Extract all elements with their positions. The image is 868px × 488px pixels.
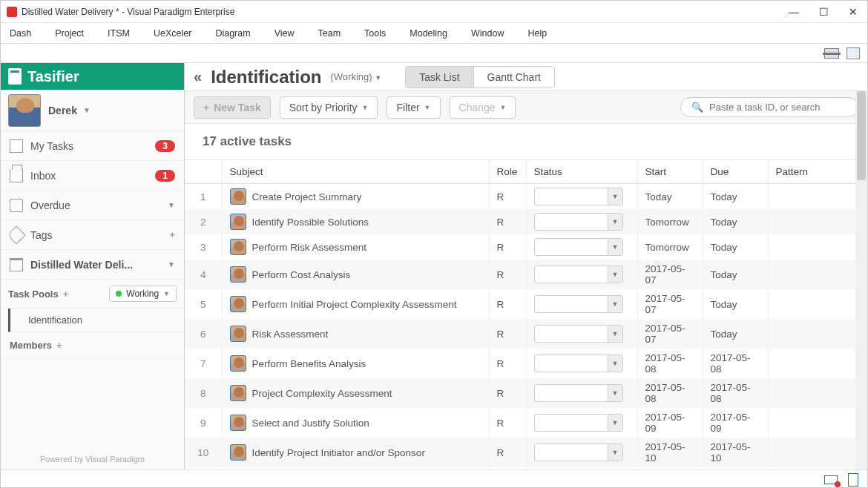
maximize-button[interactable]: ☐ bbox=[815, 6, 832, 18]
search-box[interactable]: 🔍 bbox=[680, 97, 858, 117]
cell-status: ▼ bbox=[526, 438, 637, 467]
sidebar-item-my-tasks[interactable]: My Tasks 3 bbox=[1, 131, 184, 161]
menu-diagram[interactable]: Diagram bbox=[215, 28, 250, 39]
row-number: 10 bbox=[185, 438, 222, 467]
status-dropdown[interactable]: ▼ bbox=[534, 325, 623, 343]
assignee-avatar bbox=[230, 214, 246, 230]
plus-icon[interactable]: + bbox=[169, 229, 175, 240]
menu-modeling[interactable]: Modeling bbox=[410, 28, 447, 39]
members-row[interactable]: Members + bbox=[1, 332, 184, 359]
chevron-down-icon: ▼ bbox=[375, 74, 381, 82]
cell-role: R bbox=[489, 467, 526, 469]
page-subtitle[interactable]: (Working) ▼ bbox=[330, 71, 381, 82]
col-due[interactable]: Due bbox=[703, 160, 768, 184]
vertical-scrollbar[interactable] bbox=[855, 91, 867, 469]
cell-subject[interactable]: Select and Justify Solution bbox=[222, 408, 489, 438]
sidebar-item-tags[interactable]: Tags + bbox=[1, 220, 184, 250]
row-number: 4 bbox=[185, 260, 222, 289]
cell-pattern bbox=[768, 289, 867, 319]
status-dropdown[interactable]: ▼ bbox=[534, 295, 623, 313]
col-start[interactable]: Start bbox=[637, 160, 703, 184]
status-dropdown[interactable]: ▼ bbox=[534, 266, 623, 283]
table-row[interactable]: 5Perform Initial Project Complexity Asse… bbox=[185, 289, 867, 319]
status-bar bbox=[1, 469, 867, 488]
cell-subject[interactable]: Perform Cost Analysis bbox=[222, 260, 489, 289]
status-dropdown[interactable]: ▼ bbox=[534, 384, 623, 402]
status-dropdown[interactable]: ▼ bbox=[534, 188, 623, 205]
working-dropdown[interactable]: Working ▼ bbox=[109, 286, 177, 302]
toolbar-icon-1[interactable] bbox=[824, 48, 839, 59]
inbox-icon bbox=[10, 169, 23, 182]
table-row[interactable]: 10Identify Project Initiator and/or Spon… bbox=[185, 438, 867, 467]
sidebar-item-overdue[interactable]: Overdue ▼ bbox=[1, 191, 184, 220]
table-row[interactable]: 8Project Complexity AssessmentR▼2017-05-… bbox=[185, 378, 867, 408]
cell-subject[interactable]: Project Complexity Assessment bbox=[222, 378, 489, 408]
col-role[interactable]: Role bbox=[489, 160, 526, 184]
minimize-button[interactable]: — bbox=[786, 6, 802, 18]
table-row[interactable]: 6Risk AssessmentR▼2017-05-07Today bbox=[185, 319, 867, 349]
chevron-down-icon: ▼ bbox=[168, 260, 175, 268]
row-number: 8 bbox=[185, 378, 222, 408]
new-task-button[interactable]: +New Task bbox=[194, 96, 271, 119]
tab-gantt-chart[interactable]: Gantt Chart bbox=[473, 67, 554, 88]
menu-dash[interactable]: Dash bbox=[10, 28, 31, 39]
menu-project[interactable]: Project bbox=[55, 28, 84, 39]
table-row[interactable]: 4Perform Cost AnalysisR▼2017-05-07Today bbox=[185, 260, 867, 289]
document-button[interactable] bbox=[848, 473, 858, 487]
cell-subject[interactable]: Risk Assessment bbox=[222, 319, 489, 349]
status-dropdown[interactable]: ▼ bbox=[534, 238, 623, 256]
sidebar-item-project[interactable]: Distilled Water Deli... ▼ bbox=[1, 250, 184, 280]
table-row[interactable]: 1Create Project SummaryR▼TodayToday bbox=[185, 184, 867, 210]
close-button[interactable]: ✕ bbox=[845, 6, 861, 18]
change-dropdown[interactable]: Change▼ bbox=[450, 96, 516, 119]
menu-uexceler[interactable]: UeXceler bbox=[154, 28, 191, 39]
table-row[interactable]: 9Select and Justify SolutionR▼2017-05-09… bbox=[185, 408, 867, 438]
toolbar-icon-2[interactable] bbox=[846, 47, 860, 59]
status-dropdown[interactable]: ▼ bbox=[534, 444, 623, 461]
subject-text: Identify Project Initiator and/or Sponso… bbox=[252, 447, 425, 458]
menu-itsm[interactable]: ITSM bbox=[108, 28, 130, 39]
menu-team[interactable]: Team bbox=[318, 28, 341, 39]
scrollbar-thumb[interactable] bbox=[857, 91, 866, 180]
status-dropdown[interactable]: ▼ bbox=[534, 355, 623, 372]
col-subject[interactable]: Subject bbox=[222, 160, 489, 184]
table-row[interactable]: 7Perform Benefits AnalysisR▼2017-05-0820… bbox=[185, 349, 867, 378]
cell-subject[interactable]: Identify Possible Solutions bbox=[222, 209, 489, 234]
cell-subject[interactable]: Perform Benefits Analysis bbox=[222, 349, 489, 378]
user-row[interactable]: Derek ▼ bbox=[1, 90, 184, 131]
cell-due: Today bbox=[703, 260, 768, 289]
filter-dropdown[interactable]: Filter▼ bbox=[387, 96, 440, 119]
table-row[interactable]: 2Identify Possible SolutionsR▼TomorrowTo… bbox=[185, 209, 867, 234]
working-label: Working bbox=[126, 288, 159, 299]
col-status[interactable]: Status bbox=[526, 160, 637, 184]
table-row[interactable]: 3Perform Risk AssessmentR▼TomorrowToday bbox=[185, 234, 867, 260]
row-number: 5 bbox=[185, 289, 222, 319]
col-pattern[interactable]: Pattern bbox=[768, 160, 867, 184]
table-row[interactable]: 11Cost Benefit AnalysisR▼2017-05-102017-… bbox=[185, 467, 867, 469]
cell-start: 2017-05-07 bbox=[637, 319, 703, 349]
menu-view[interactable]: View bbox=[274, 28, 295, 39]
cell-subject[interactable]: Cost Benefit Analysis bbox=[222, 467, 489, 469]
sort-dropdown[interactable]: Sort by Priority▼ bbox=[280, 96, 378, 119]
mail-button[interactable] bbox=[824, 475, 838, 484]
menu-tools[interactable]: Tools bbox=[364, 28, 386, 39]
status-dropdown[interactable]: ▼ bbox=[534, 414, 623, 432]
pool-item-identification[interactable]: Identification bbox=[8, 309, 184, 332]
plus-icon[interactable]: + bbox=[63, 288, 69, 300]
cell-role: R bbox=[489, 289, 526, 319]
collapse-sidebar-icon[interactable]: « bbox=[194, 68, 202, 85]
tab-task-list[interactable]: Task List bbox=[406, 67, 473, 88]
cell-subject[interactable]: Perform Initial Project Complexity Asses… bbox=[222, 289, 489, 319]
cell-subject[interactable]: Perform Risk Assessment bbox=[222, 234, 489, 260]
search-input[interactable] bbox=[709, 102, 847, 113]
sidebar-item-inbox[interactable]: Inbox 1 bbox=[1, 161, 184, 191]
notification-dot-icon bbox=[835, 481, 841, 487]
cell-subject[interactable]: Create Project Summary bbox=[222, 184, 489, 210]
row-number: 1 bbox=[185, 184, 222, 210]
menu-help[interactable]: Help bbox=[527, 28, 547, 39]
cell-subject[interactable]: Identify Project Initiator and/or Sponso… bbox=[222, 438, 489, 467]
menu-window[interactable]: Window bbox=[471, 28, 504, 39]
status-dropdown[interactable]: ▼ bbox=[534, 213, 623, 231]
cell-due: 2017-05-08 bbox=[703, 378, 768, 408]
plus-icon[interactable]: + bbox=[56, 340, 62, 351]
